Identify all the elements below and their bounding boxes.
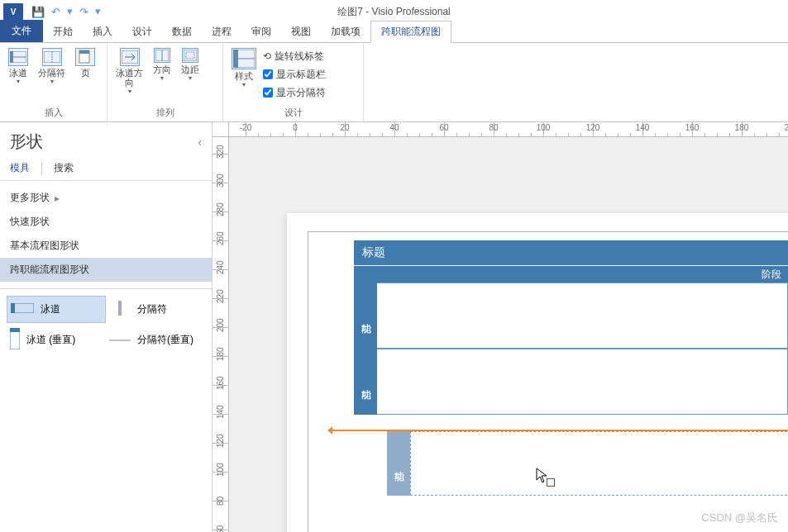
group-caption-insert: 插入 xyxy=(0,107,107,121)
ruler-vertical: 3203002802602402202001801601401201008060 xyxy=(213,137,229,532)
quick-access-toolbar: 💾 ↶ ▾ ↷ ▾ xyxy=(26,6,106,18)
lane-direction-button[interactable]: 泳道方 向 ▾ xyxy=(112,46,146,97)
shape-separator[interactable]: 分隔符 xyxy=(106,296,205,323)
orientation-dropdown-icon: ▾ xyxy=(160,74,164,82)
move-hint-icon xyxy=(547,478,555,487)
tab-home[interactable]: 开始 xyxy=(43,21,83,42)
swimlane-shape-icon xyxy=(11,303,34,316)
tab-insert[interactable]: 插入 xyxy=(83,21,122,42)
drag-preview: 功能 xyxy=(332,430,788,496)
ribbon-tabs: 文件 开始 插入 设计 数据 进程 审阅 视图 加载项 跨职能流程图 xyxy=(0,23,788,43)
app-logo: V xyxy=(3,3,23,20)
show-separator-checkbox[interactable]: 显示分隔符 xyxy=(263,84,326,101)
cff-shapes-item[interactable]: 跨职能流程图形状 xyxy=(0,258,212,282)
collapse-icon[interactable]: ‹ xyxy=(198,135,202,149)
tab-process[interactable]: 进程 xyxy=(202,21,241,42)
shape-swimlane[interactable]: 泳道 xyxy=(7,296,106,323)
shapes-tab-sep xyxy=(41,161,42,175)
title-bar: V 💾 ↶ ▾ ↷ ▾ 绘图7 - Visio Professional xyxy=(0,0,788,23)
undo-dropdown[interactable]: ▾ xyxy=(67,5,73,17)
svg-rect-16 xyxy=(11,303,15,313)
cff-container[interactable]: 标题 阶段 功能 功能 xyxy=(354,240,788,415)
qat-customize[interactable]: ▾ xyxy=(95,5,101,17)
ribbon-group-arrange: 泳道方 向 ▾ 方向 ▾ 边距 ▾ 排列 xyxy=(107,43,223,121)
svg-rect-6 xyxy=(79,50,89,54)
swimlane-v-shape-icon xyxy=(10,328,20,352)
svg-rect-20 xyxy=(10,328,20,332)
svg-rect-13 xyxy=(233,50,238,68)
separator-dropdown-icon: ▾ xyxy=(50,78,54,85)
page-button[interactable]: 页 xyxy=(72,46,98,87)
separator-label: 分隔符 xyxy=(38,68,65,78)
shape-swimlane-v-label: 泳道 (垂直) xyxy=(26,333,75,347)
style-label: 样式 xyxy=(235,71,253,81)
tab-review[interactable]: 审阅 xyxy=(241,21,281,42)
shapes-tabs: 模具 搜索 xyxy=(0,156,212,181)
shape-separator-v[interactable]: 分隔符(垂直) xyxy=(106,323,205,357)
lane-2-body[interactable] xyxy=(377,349,788,415)
margin-button[interactable]: 边距 ▾ xyxy=(178,46,203,97)
page-label: 页 xyxy=(81,68,90,78)
swimlane-dropdown-icon: ▾ xyxy=(17,78,20,85)
ribbon-group-insert: 泳道 ▾ 分隔符 ▾ 页 插入 xyxy=(0,43,107,121)
margin-dropdown-icon: ▾ xyxy=(189,74,192,82)
swimlane-label: 泳道 xyxy=(9,68,27,78)
rotate-icon: ⟲ xyxy=(263,50,271,62)
basic-flow-item[interactable]: 基本流程图形状 xyxy=(0,234,212,258)
tab-design[interactable]: 设计 xyxy=(122,21,162,42)
undo-icon[interactable]: ↶ xyxy=(51,6,60,18)
style-dropdown-icon: ▾ xyxy=(242,81,246,88)
chevron-right-icon: ▸ xyxy=(55,192,60,204)
shape-swimlane-label: 泳道 xyxy=(41,302,60,316)
rotate-labels-checkbox[interactable]: ⟲ 旋转线标签 xyxy=(263,48,326,64)
rotate-labels-text: 旋转线标签 xyxy=(275,50,324,64)
orientation-label: 方向 xyxy=(153,64,171,74)
tab-addins[interactable]: 加载项 xyxy=(321,21,370,42)
lane-1-label[interactable]: 功能 xyxy=(354,283,377,349)
style-button[interactable]: 样式 ▾ xyxy=(228,46,260,90)
lane-1-body[interactable] xyxy=(377,283,788,349)
ribbon: 泳道 ▾ 分隔符 ▾ 页 插入 泳道方 向 ▾ 方向 xyxy=(0,43,788,122)
ghost-lane-label: 功能 xyxy=(387,431,410,496)
show-title-checkbox[interactable]: 显示标题栏 xyxy=(263,66,326,83)
shapes-title: 形状 xyxy=(10,131,43,153)
separator-v-shape-icon xyxy=(109,335,131,346)
tab-cross-functional[interactable]: 跨职能流程图 xyxy=(370,21,451,43)
separator-shape-icon xyxy=(109,301,131,318)
more-shapes-label: 更多形状 xyxy=(10,191,50,205)
orientation-button[interactable]: 方向 ▾ xyxy=(150,46,174,97)
stencil-list: 更多形状 ▸ 快速形状 基本流程图形状 跨职能流程图形状 xyxy=(0,181,212,287)
save-icon[interactable]: 💾 xyxy=(31,6,45,18)
watermark: CSDN @吴名氏 xyxy=(701,511,778,525)
tab-data[interactable]: 数据 xyxy=(162,21,202,42)
tab-file[interactable]: 文件 xyxy=(0,20,43,42)
lane-row-1[interactable]: 功能 xyxy=(354,283,788,349)
shape-separator-label: 分隔符 xyxy=(137,302,167,316)
show-title-text: 显示标题栏 xyxy=(276,68,326,82)
tab-view[interactable]: 视图 xyxy=(281,21,321,42)
shape-swimlane-v[interactable]: 泳道 (垂直) xyxy=(7,323,106,357)
cff-phase[interactable]: 阶段 xyxy=(354,266,788,283)
swimlane-button[interactable]: 泳道 ▾ xyxy=(5,46,31,87)
workspace: 形状 ‹ 模具 搜索 更多形状 ▸ 快速形状 基本流程图形状 跨职能流程图形状 … xyxy=(0,122,788,532)
svg-rect-10 xyxy=(184,50,197,61)
lane-row-2[interactable]: 功能 xyxy=(354,349,788,415)
tab-search[interactable]: 搜索 xyxy=(54,161,74,175)
tab-stencil[interactable]: 模具 xyxy=(10,161,30,175)
ribbon-group-design: 样式 ▾ ⟲ 旋转线标签 显示标题栏 显示分隔符 设计 xyxy=(223,43,364,121)
group-caption-arrange: 排列 xyxy=(107,107,222,121)
ruler-corner xyxy=(213,122,229,137)
margin-label: 边距 xyxy=(181,64,199,74)
quick-shapes-item[interactable]: 快速形状 xyxy=(0,210,212,234)
cff-title[interactable]: 标题 xyxy=(354,240,788,266)
drop-cap-left xyxy=(327,426,332,435)
separator-button[interactable]: 分隔符 ▾ xyxy=(35,46,69,87)
window-title: 绘图7 - Visio Professional xyxy=(337,5,451,19)
ruler-horizontal: -20020406080100120140160180200220 xyxy=(229,122,788,137)
stencil-shapes-grid: 泳道 分隔符 泳道 (垂直) 分隔符(垂直) xyxy=(0,291,212,362)
more-shapes-item[interactable]: 更多形状 ▸ xyxy=(0,186,212,210)
lane-2-label[interactable]: 功能 xyxy=(354,349,377,415)
canvas[interactable]: -20020406080100120140160180200220 320300… xyxy=(213,122,788,532)
group-caption-design: 设计 xyxy=(223,107,363,121)
redo-icon[interactable]: ↷ xyxy=(79,6,88,18)
